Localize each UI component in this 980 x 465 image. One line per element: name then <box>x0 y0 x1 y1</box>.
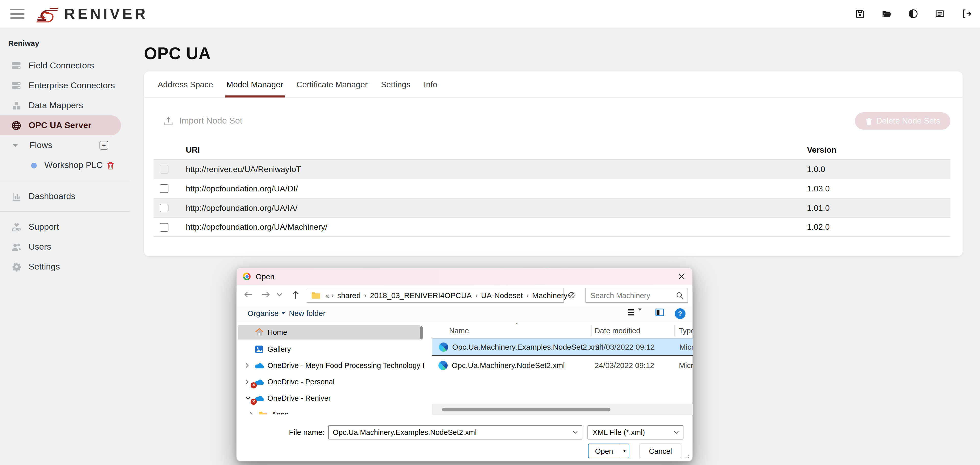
chevron-down-icon <box>674 431 679 434</box>
open-folder-icon[interactable] <box>881 8 892 19</box>
sidebar-item-label: Settings <box>29 261 60 272</box>
column-header-uri: URI <box>186 145 807 154</box>
refresh-icon[interactable] <box>568 288 581 302</box>
search-icon <box>676 292 683 299</box>
tree-item-onedrive-meyn[interactable]: OneDrive - Meyn Food Processing Technolo… <box>239 358 420 373</box>
sidebar-item-label: Flows <box>30 140 52 150</box>
tree-item-apps[interactable]: Apps <box>239 407 420 414</box>
tab-settings[interactable]: Settings <box>374 72 417 97</box>
breadcrumb-ua-nodeset[interactable]: UA-Nodeset <box>481 291 523 299</box>
file-type-select[interactable]: XML File (*.xml) <box>587 425 683 440</box>
column-header-type[interactable]: Type <box>679 325 693 337</box>
table-row[interactable]: http://opcfoundation.org/UA/Machinery/ 1… <box>154 217 950 237</box>
sidebar-item-flows[interactable]: Flows + <box>0 135 144 155</box>
chevron-down-icon[interactable] <box>573 431 578 434</box>
new-folder-button[interactable]: New folder <box>289 309 325 317</box>
chevron-down-icon[interactable] <box>12 143 19 147</box>
column-separator[interactable] <box>591 325 592 336</box>
reniver-logo: RENIVER <box>34 5 148 22</box>
sidebar-header: Reniway <box>8 39 144 48</box>
sort-ascending-icon: ⌃ <box>515 323 519 327</box>
edge-file-icon <box>439 342 448 352</box>
delete-flow-trash-icon[interactable] <box>107 161 115 170</box>
tree-item-home[interactable]: Home <box>239 325 420 339</box>
column-header-name[interactable]: Name <box>449 325 469 337</box>
sidebar-item-data-mappers[interactable]: Data Mappers <box>0 96 144 115</box>
recent-locations-chevron-icon[interactable] <box>275 288 284 301</box>
horizontal-scrollbar-track[interactable] <box>432 404 693 415</box>
address-bar[interactable]: « › shared › 2018_03_RENIVERI4OPCUA › UA… <box>307 288 564 303</box>
resize-grip[interactable] <box>684 454 690 459</box>
flow-status-dot <box>31 162 37 168</box>
row-checkbox[interactable] <box>160 223 169 231</box>
row-checkbox[interactable] <box>160 204 169 212</box>
logs-icon[interactable] <box>934 8 945 19</box>
sidebar-item-dashboards[interactable]: Dashboards <box>0 186 144 206</box>
cancel-button[interactable]: Cancel <box>640 444 681 459</box>
hamburger-menu-icon[interactable] <box>10 9 24 19</box>
sidebar-item-opc-ua-server[interactable]: OPC UA Server <box>0 115 121 135</box>
card-toolbar: Import Node Set Delete Node Sets <box>156 112 950 130</box>
tab-address-space[interactable]: Address Space <box>151 72 220 97</box>
horizontal-scrollbar-thumb[interactable] <box>442 408 611 411</box>
forward-arrow-icon[interactable] <box>259 288 272 301</box>
chevron-right-icon[interactable] <box>250 412 256 414</box>
dialog-titlebar[interactable]: Open <box>237 268 692 285</box>
tree-item-onedrive-reniver[interactable]: ✕ OneDrive - Reniver <box>239 391 420 405</box>
up-arrow-icon[interactable] <box>289 288 302 301</box>
back-arrow-icon[interactable] <box>242 288 255 301</box>
sidebar-divider <box>0 181 130 181</box>
chevron-down-icon[interactable] <box>245 397 251 400</box>
open-button[interactable]: Open <box>589 444 620 458</box>
sidebar-item-field-connectors[interactable]: Field Connectors <box>0 56 144 76</box>
sidebar-item-users[interactable]: Users <box>0 237 144 257</box>
add-flow-icon[interactable]: + <box>100 141 108 150</box>
tree-item-onedrive-personal[interactable]: ✕ OneDrive - Personal <box>239 375 420 389</box>
reniver-logo-icon <box>34 5 60 22</box>
preview-pane-icon[interactable] <box>655 308 664 317</box>
column-separator[interactable] <box>674 325 675 336</box>
tree-item-gallery[interactable]: Gallery <box>239 342 420 356</box>
sidebar-item-settings[interactable]: Settings <box>0 257 144 277</box>
breadcrumb-shared[interactable]: shared <box>337 291 361 299</box>
sidebar-item-enterprise-connectors[interactable]: Enterprise Connectors <box>0 76 144 96</box>
organise-menu[interactable]: Organise <box>248 309 285 317</box>
dialog-toolbar: Organise New folder ? <box>237 307 692 322</box>
chevron-right-icon[interactable] <box>245 379 251 384</box>
save-icon[interactable] <box>854 8 865 19</box>
tab-certificate-manager[interactable]: Certificate Manager <box>290 72 374 97</box>
tab-info[interactable]: Info <box>417 72 444 97</box>
tree-scrollbar-thumb[interactable] <box>420 326 423 339</box>
file-row-selected[interactable]: Opc.Ua.Machinery.Examples.NodeSet2.xml 2… <box>432 338 693 356</box>
file-type: Micros <box>679 361 693 369</box>
open-options-arrow-icon[interactable]: ▼ <box>620 444 629 458</box>
breadcrumb-project-folder[interactable]: 2018_03_RENIVERI4OPCUA <box>370 291 472 299</box>
column-header-date-modified[interactable]: Date modified <box>595 325 640 337</box>
table-row[interactable]: http://opcfoundation.org/UA/DI/ 1.03.0 <box>154 178 950 198</box>
breadcrumb-collapse[interactable]: « <box>325 291 329 299</box>
tab-model-manager[interactable]: Model Manager <box>220 72 290 97</box>
breadcrumb-machinery[interactable]: Machinery <box>532 291 567 299</box>
import-node-set-button[interactable]: Import Node Set <box>164 116 242 126</box>
folder-icon <box>258 409 268 414</box>
close-icon[interactable] <box>674 270 689 283</box>
sidebar-item-workshop-plc[interactable]: Workshop PLC <box>0 155 144 175</box>
chevron-right-icon[interactable] <box>245 363 251 368</box>
sidebar-item-label: Data Mappers <box>29 100 83 110</box>
theme-contrast-icon[interactable] <box>907 8 919 19</box>
table-row[interactable]: http://reniver.eu/UA/ReniwayIoT 1.0.0 <box>154 159 950 178</box>
search-input[interactable] <box>590 291 676 299</box>
view-mode-chevron-icon[interactable] <box>638 308 644 311</box>
sidebar-item-support[interactable]: Support <box>0 217 144 237</box>
delete-node-sets-button[interactable]: Delete Node Sets <box>855 112 950 130</box>
row-checkbox[interactable] <box>160 184 169 193</box>
tab-bar: Address Space Model Manager Certificate … <box>144 72 963 98</box>
file-name-input[interactable] <box>333 428 573 436</box>
column-header-version: Version <box>807 145 950 154</box>
table-row[interactable]: http://opcfoundation.org/UA/IA/ 1.01.0 <box>154 198 950 217</box>
users-icon <box>11 242 21 252</box>
logout-icon[interactable] <box>961 8 972 19</box>
view-mode-icon[interactable] <box>627 308 635 317</box>
help-icon[interactable]: ? <box>675 308 686 319</box>
file-row[interactable]: Opc.Ua.Machinery.NodeSet2.xml 24/03/2022… <box>432 356 693 374</box>
